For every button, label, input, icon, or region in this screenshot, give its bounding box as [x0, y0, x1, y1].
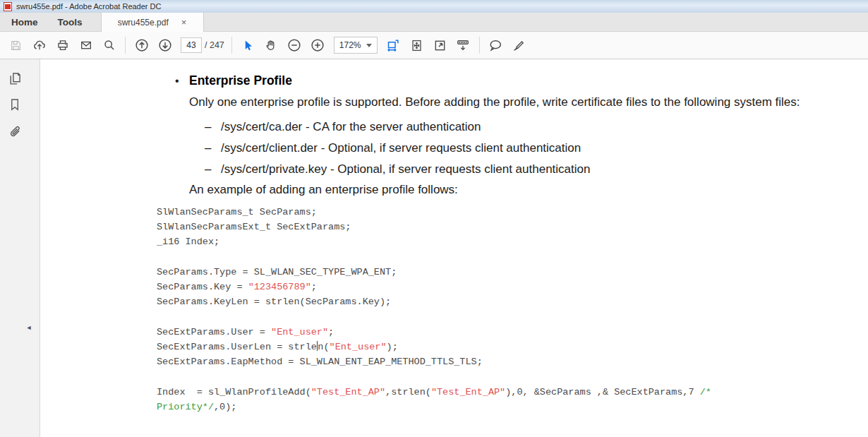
bookmarks-button[interactable]	[3, 93, 27, 116]
previous-page-button[interactable]	[133, 36, 151, 54]
zoom-level-value: 172%	[339, 40, 361, 50]
search-icon	[103, 39, 116, 52]
code-line: SecParams.Type = SL_WLAN_SEC_TYPE_WPA_EN…	[157, 265, 861, 280]
code-line: SecExtParams.UserLen = strlen("Ent_user"…	[157, 340, 861, 354]
code-segment: ,strlen(	[385, 387, 431, 397]
dash-glyph: –	[205, 159, 221, 180]
code-line	[157, 249, 861, 264]
code-segment: "Ent_user"	[271, 327, 328, 337]
toolbar-separator	[231, 37, 232, 54]
bullet-glyph: •	[175, 75, 189, 88]
list-item-text: /sys/cert/client.der - Optional, if serv…	[221, 138, 581, 159]
toolbar-separator	[479, 37, 480, 54]
share-upload-button[interactable]	[30, 36, 49, 54]
print-icon	[56, 39, 69, 52]
code-line: SecExtParams.EapMethod = SL_WLAN_ENT_EAP…	[157, 354, 861, 369]
list-item: – /sys/cert/ca.der - CA for the server a…	[205, 116, 861, 138]
code-line: Priority*/,0);	[157, 400, 861, 414]
code-segment: SlWlanSecParams_t SecParams;	[157, 207, 317, 217]
list-item: – /sys/cert/client.der - Optional, if se…	[205, 138, 861, 159]
hide-toolbar-icon	[456, 38, 470, 52]
zoom-level-dropdown[interactable]: 172%	[334, 37, 378, 54]
code-segment: ;	[311, 282, 317, 292]
zoom-out-button[interactable]	[285, 36, 303, 54]
cert-file-list: – /sys/cert/ca.der - CA for the server a…	[205, 116, 861, 180]
document-tab[interactable]: swru455e.pdf ×	[101, 13, 204, 32]
list-item: – /sys/cert/private.key - Optional, if s…	[205, 159, 861, 180]
dash-glyph: –	[205, 116, 221, 138]
save-button[interactable]	[7, 36, 25, 54]
collapse-panel-button[interactable]: ◄	[23, 321, 35, 335]
code-line: SlWlanSecParams_t SecParams;	[157, 205, 861, 220]
code-segment: SecParams.Key =	[157, 282, 248, 292]
collapse-arrow-icon: ◄	[26, 324, 32, 331]
code-segment: SecExtParams.EapMethod = SL_WLAN_ENT_EAP…	[157, 357, 483, 367]
code-segment: "Ent_user"	[330, 342, 387, 352]
list-item-text: /sys/cert/private.key - Optional, if ser…	[221, 159, 590, 180]
code-segment: ;	[328, 327, 334, 337]
code-segment: "Test_Ent_AP"	[311, 387, 385, 397]
document-content: • Enterprise Profile Only one enterprise…	[157, 71, 861, 415]
highlight-button[interactable]	[510, 36, 528, 54]
example-intro: An example of adding an enterprise profi…	[189, 182, 861, 198]
code-segment: );	[387, 342, 398, 352]
tab-bar: Home Tools swru455e.pdf ×	[0, 13, 868, 32]
fit-page-button[interactable]	[407, 36, 426, 54]
zoom-in-button[interactable]	[308, 36, 327, 54]
toolbar: / 247 172%	[0, 32, 868, 59]
code-line	[157, 310, 861, 325]
code-segment: "Test_Ent_AP"	[431, 387, 505, 397]
fit-width-button[interactable]	[384, 36, 402, 54]
fit-width-icon	[386, 38, 400, 52]
code-block: SlWlanSecParams_t SecParams;SlWlanSecPar…	[157, 205, 861, 415]
comment-button[interactable]	[486, 36, 505, 54]
code-segment: ,0);	[214, 402, 236, 412]
fit-page-icon	[410, 39, 423, 52]
code-segment: SecParams.Type = SL_WLAN_SEC_TYPE_WPA_EN…	[157, 267, 397, 277]
attachments-button[interactable]	[3, 120, 27, 143]
email-icon	[80, 39, 92, 52]
comment-icon	[488, 38, 502, 52]
code-segment: Index = sl_WlanProfileAdd(	[157, 387, 311, 397]
code-segment: SecParams.KeyLen = strlen(SecParams.Key)…	[157, 297, 391, 307]
print-button[interactable]	[54, 36, 72, 54]
code-line: SlWlanSecParamsExt_t SecExtParams;	[157, 220, 861, 234]
toolbar-separator	[125, 37, 126, 54]
select-tool-button[interactable]	[239, 36, 257, 54]
hand-tool-button[interactable]	[262, 36, 280, 54]
tab-home[interactable]: Home	[3, 13, 47, 31]
page-total-label: / 247	[205, 40, 224, 50]
next-page-button[interactable]	[156, 36, 174, 54]
code-line	[157, 370, 861, 385]
code-segment: "123456789"	[248, 282, 311, 292]
close-tab-icon[interactable]: ×	[181, 18, 187, 27]
fullscreen-icon	[433, 39, 447, 52]
paperclip-icon	[8, 124, 23, 139]
highlight-icon	[512, 38, 526, 52]
code-line: _i16 Index;	[157, 234, 861, 249]
navigation-rail: ◄	[0, 59, 40, 437]
list-item-text: /sys/cert/ca.der - CA for the server aut…	[221, 116, 481, 138]
previous-page-icon	[135, 38, 149, 52]
fullscreen-button[interactable]	[430, 36, 449, 54]
cloud-upload-icon	[33, 39, 46, 52]
tab-tools[interactable]: Tools	[49, 13, 91, 31]
dash-glyph: –	[205, 138, 221, 159]
zoom-in-icon	[311, 38, 325, 52]
window-title: swru455e.pdf - Adobe Acrobat Reader DC	[16, 2, 161, 11]
email-button[interactable]	[77, 36, 95, 54]
save-icon	[10, 40, 22, 52]
search-button[interactable]	[100, 36, 119, 54]
page-thumbnails-button[interactable]	[3, 66, 27, 89]
select-tool-icon	[242, 40, 254, 52]
page-number-input[interactable]	[181, 37, 202, 53]
code-segment: _i16 Index;	[157, 237, 219, 247]
hide-toolbar-button[interactable]	[454, 36, 472, 54]
code-segment: ),0, &SecParams ,& SecExtParams,7	[505, 387, 699, 397]
code-segment: /*	[700, 387, 711, 397]
main-area: ◄ • Enterprise Profile Only one enterpri…	[0, 59, 868, 437]
intro-paragraph: Only one enterprise profile is supported…	[189, 95, 861, 111]
acrobat-window: swru455e.pdf - Adobe Acrobat Reader DC H…	[0, 0, 868, 437]
zoom-out-icon	[287, 38, 301, 52]
code-line: SecParams.KeyLen = strlen(SecParams.Key)…	[157, 294, 861, 309]
